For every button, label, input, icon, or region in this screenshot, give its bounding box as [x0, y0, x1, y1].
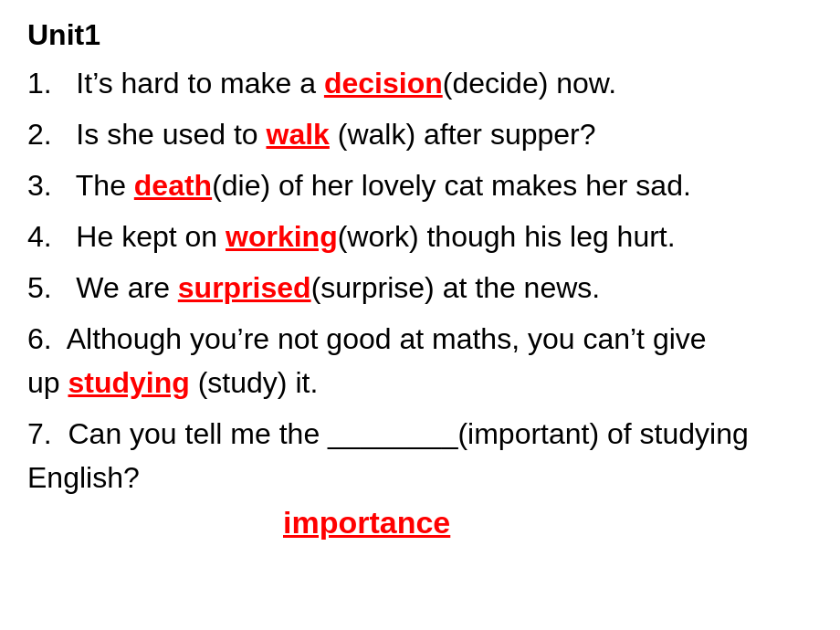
item-7-blank: ________ — [328, 417, 457, 450]
exercise-item-7: 7. Can you tell me the ________(importan… — [27, 412, 813, 546]
item-3-after: (die) of her lovely cat makes her sad. — [212, 169, 691, 202]
item-1-number: 1. — [27, 67, 52, 100]
exercise-item-5: 5. We are surprised(surprise) at the new… — [27, 266, 813, 310]
item-6-after: (study) it. — [198, 366, 319, 399]
item-1-after: (decide) now. — [443, 67, 616, 100]
item-5-before: We are — [76, 271, 170, 304]
item-4-number: 4. — [27, 220, 52, 253]
item-5-number: 5. — [27, 271, 52, 304]
item-5-answer: surprised — [178, 271, 311, 304]
item-6-number: 6. — [27, 322, 52, 355]
item-2-number: 2. — [27, 118, 52, 151]
exercise-item-3: 3. The death(die) of her lovely cat make… — [27, 163, 813, 207]
item-1-before: It’s hard to make a — [76, 67, 316, 100]
exercise-item-1: 1. It’s hard to make a decision(decide) … — [27, 61, 813, 105]
item-5-after: (surprise) at the news. — [311, 271, 601, 304]
item-3-number: 3. — [27, 169, 52, 202]
item-4-before: He kept on — [76, 220, 217, 253]
item-7-number: 7. — [27, 417, 52, 450]
item-2-after: (walk) after supper? — [338, 118, 596, 151]
item-7-answer: importance — [283, 499, 450, 546]
item-6-answer: studying — [68, 366, 189, 399]
item-4-after: (work) though his leg hurt. — [338, 220, 676, 253]
item-2-before: Is she used to — [76, 118, 257, 151]
item-3-answer: death — [134, 169, 212, 202]
exercise-item-2: 2. Is she used to walk (walk) after supp… — [27, 112, 813, 156]
exercise-item-6: 6. Although you’re not good at maths, yo… — [27, 317, 813, 404]
item-7-before: Can you tell me the — [68, 417, 320, 450]
item-1-answer: decision — [324, 67, 443, 100]
page-title: Unit1 — [27, 18, 813, 52]
item-2-answer: walk — [266, 118, 329, 151]
item-4-answer: working — [226, 220, 338, 253]
item-3-before: The — [76, 169, 126, 202]
exercise-item-4: 4. He kept on working(work) though his l… — [27, 215, 813, 258]
